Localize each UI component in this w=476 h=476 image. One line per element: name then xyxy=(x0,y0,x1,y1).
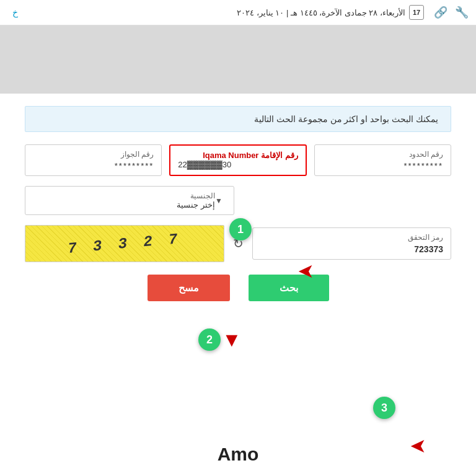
toolbar: 🔧 🔗 17 الأربعاء، ٢٨ جمادى الآخرة، ١٤٤٥ ه… xyxy=(0,0,476,25)
border-number-field[interactable]: رقم الحدود ********* xyxy=(314,144,451,176)
banner-image xyxy=(0,25,476,94)
arrow-to-search: ➤ xyxy=(410,434,426,457)
search-info-bar: يمكنك البحث بواحد او اكثر من مجموعة الحث… xyxy=(25,106,451,132)
clear-button[interactable]: مسح xyxy=(148,275,230,301)
dropdown-arrow-icon: ▼ xyxy=(215,196,223,205)
main-content: يمكنك البحث بواحد او اكثر من مجموعة الحث… xyxy=(0,94,476,314)
iqama-value: 22▓▓▓▓▓▓30 xyxy=(178,160,298,169)
nationality-field[interactable]: ▼ الجنسية إختر جنسية xyxy=(25,186,234,215)
annotation-badge-3: 3 xyxy=(373,397,395,419)
passport-value: ********* xyxy=(33,161,154,170)
date-display: 17 الأربعاء، ٢٨ جمادى الآخرة، ١٤٤٥ هـ | … xyxy=(237,5,424,20)
arrow-to-iqama: ➤ xyxy=(298,259,314,283)
search-button[interactable]: بحث xyxy=(249,275,329,301)
passport-field[interactable]: رقم الجواز ********* xyxy=(25,144,162,176)
button-row: بحث مسح xyxy=(25,275,451,301)
empty-cell xyxy=(242,186,451,215)
captcha-label: رمز التحقق xyxy=(260,233,444,242)
link-icon[interactable]: 🔗 xyxy=(434,6,447,19)
search-info-text: يمكنك البحث بواحد او اكثر من مجموعة الحث… xyxy=(254,114,438,124)
top-right-link[interactable]: خ xyxy=(12,7,18,17)
passport-label: رقم الجواز xyxy=(33,150,154,159)
captcha-input-field[interactable]: رمز التحقق 723373 xyxy=(252,227,452,260)
settings-icon[interactable]: 🔧 xyxy=(455,6,469,19)
iqama-label: رقم الإقامة Iqama Number xyxy=(178,151,298,160)
form-row-2: ▼ الجنسية إختر جنسية xyxy=(25,186,451,215)
arrow-down-captcha: ▼ xyxy=(222,328,242,351)
captcha-image-text: 7 2 3 3 7 xyxy=(67,231,182,257)
captcha-value: 723373 xyxy=(260,244,444,254)
captcha-image: 7 2 3 3 7 xyxy=(25,225,224,262)
calendar-icon: 17 xyxy=(409,5,424,20)
nationality-label: الجنسية xyxy=(33,192,215,200)
date-text: الأربعاء، ٢٨ جمادى الآخرة، ١٤٤٥ هـ | ١٠ … xyxy=(237,8,405,17)
border-number-value: ********* xyxy=(322,161,443,170)
annotation-badge-2: 2 xyxy=(198,328,221,351)
bottom-text: Amo xyxy=(218,444,259,465)
border-number-label: رقم الحدود xyxy=(322,150,443,159)
annotation-badge-1: 1 xyxy=(229,218,252,240)
iqama-field[interactable]: رقم الإقامة Iqama Number 22▓▓▓▓▓▓30 xyxy=(169,144,306,176)
form-row-1: رقم الحدود ********* رقم الإقامة Iqama N… xyxy=(25,144,451,176)
nationality-value: إختر جنسية xyxy=(33,200,215,209)
